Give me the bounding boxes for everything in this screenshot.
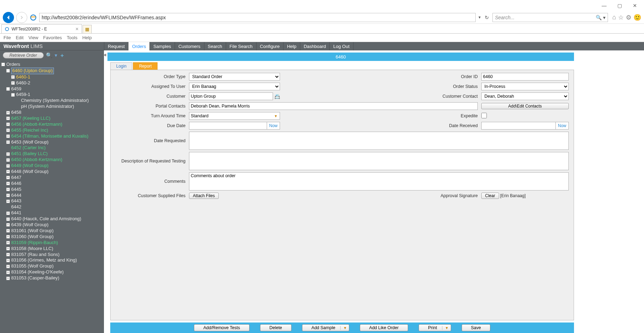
topmenu-item[interactable]: Orders (128, 42, 150, 50)
tree-expander[interactable]: + (6, 253, 10, 256)
tree-row[interactable]: +6455 (Reichel Inc) (1, 127, 104, 133)
tree-row[interactable]: +6443 (1, 198, 104, 204)
tree-row[interactable]: +6444 (1, 193, 104, 199)
tree-expander[interactable]: + (6, 164, 10, 168)
portal-contacts-field[interactable] (189, 102, 478, 110)
topmenu-item[interactable]: Request (104, 42, 128, 50)
tree-item-label[interactable]: 6444 (11, 193, 21, 199)
add-icon[interactable]: ＋ (59, 52, 65, 59)
tree-row[interactable]: 6452 (Carter Inc) (1, 145, 104, 151)
order-type-select[interactable]: Standard Order (189, 73, 280, 81)
tree-expander[interactable]: + (6, 123, 10, 126)
tree-expander[interactable]: + (6, 194, 10, 197)
new-tab-button[interactable]: ▦ (83, 25, 92, 33)
tree-root[interactable]: Orders (6, 62, 20, 68)
search-icon[interactable]: 🔍 ▾ (596, 15, 606, 20)
tree-row[interactable]: +6448 (Wolf Group) (1, 169, 104, 175)
refresh-button[interactable]: ↻ (483, 15, 490, 20)
tree-expander[interactable]: + (6, 129, 10, 132)
topmenu-item[interactable]: Customers (175, 42, 204, 50)
close-button[interactable]: ✕ (627, 1, 643, 11)
tree-row[interactable]: +6445 (1, 187, 104, 193)
tree-item-label[interactable]: 831055 (Wolf Group) (11, 263, 54, 269)
tree-item-label[interactable]: 831058 (Moore LLC) (11, 246, 53, 252)
tree-item-label[interactable]: 6459-1 (16, 92, 30, 98)
tree-row[interactable]: +831061 (Wolf Group) (1, 228, 104, 234)
tree-expander[interactable]: + (6, 223, 10, 227)
tree-item-label[interactable]: 6446 (11, 181, 21, 187)
favorites-icon[interactable]: ☆ (618, 14, 624, 21)
tree-expander[interactable]: + (6, 182, 10, 185)
order-status-select[interactable]: In-Process (481, 83, 569, 90)
add-remove-tests-button[interactable]: Add/Remove Tests (194, 324, 250, 331)
tree-item-label[interactable]: Chemistry (System Administrator) (21, 98, 89, 104)
tree-item-label[interactable]: 831057 (Rau and Sons) (11, 252, 59, 258)
tree-item-label[interactable]: 6456 (Abbott-Kertzmann) (11, 122, 62, 127)
tree-row[interactable]: +6439 (Wolf Group) (1, 222, 104, 228)
collapse-handle[interactable]: ◀ (103, 53, 108, 57)
topmenu-item[interactable]: Log Out (330, 42, 353, 50)
tree-expander[interactable]: + (6, 134, 10, 138)
tree-expander[interactable]: + (6, 235, 10, 238)
caret-icon[interactable]: ▼ (340, 326, 347, 330)
tree-row[interactable]: +6451 (Bailey LLC) (1, 151, 104, 157)
due-date-field[interactable] (189, 122, 267, 130)
tree-item-label[interactable]: 831056 (Grimes, Metz and King) (11, 257, 77, 263)
dropdown-icon[interactable]: ▼ (478, 15, 481, 19)
tree-row[interactable]: +6460-2 (1, 80, 104, 86)
tree-row[interactable]: +831060 (Wolf Group) (1, 234, 104, 240)
tree-row[interactable]: +6458 (1, 110, 104, 116)
tab-close-icon[interactable]: ✕ (75, 27, 79, 32)
tree-expander[interactable]: + (6, 170, 10, 173)
tree-expander[interactable]: + (6, 229, 10, 233)
subtab-login[interactable]: Login (110, 62, 132, 70)
tree-item-label[interactable]: 831059 (Rippin-Bauch) (11, 240, 58, 246)
tree-row[interactable]: +6460-1 (1, 74, 104, 80)
tree-expander[interactable]: - (1, 63, 5, 66)
tree-expander[interactable]: - (6, 87, 10, 91)
smiley-icon[interactable]: 🙂 (634, 14, 641, 21)
tree-item-label[interactable]: 6439 (Wolf Group) (11, 222, 49, 228)
tree-item-label[interactable]: 6452 (Carter Inc) (11, 145, 46, 151)
tree-row[interactable]: +6453 (Wolf Group) (1, 139, 104, 145)
tree-row[interactable]: +831058 (Moore LLC) (1, 246, 104, 252)
tree-item-label[interactable]: 6454 (Tillman, Morissette and Kuvalis) (11, 133, 89, 139)
tree-item-label[interactable]: 6455 (Reichel Inc) (11, 127, 48, 133)
tree-item-label[interactable]: 6451 (Bailey LLC) (11, 151, 48, 157)
assigned-user-select[interactable]: Erin Banaag (189, 83, 280, 90)
tree-expander[interactable]: + (11, 81, 15, 85)
nav-back-button[interactable] (3, 12, 14, 23)
order-id-field[interactable] (481, 73, 569, 81)
browser-menu-item[interactable]: Favorites (43, 35, 62, 40)
tree-row[interactable]: -6459-1 (1, 92, 104, 98)
tree-item-label[interactable]: pH (System Administrator) (21, 104, 74, 110)
tree-item-label[interactable]: 6459 (11, 86, 21, 92)
date-received-field[interactable] (481, 122, 556, 130)
search-icon[interactable]: 🔍 (46, 52, 52, 58)
tree-item-label[interactable]: 831053 (Casper-Bailey) (11, 275, 59, 281)
topmenu-item[interactable]: File Search (226, 42, 257, 50)
tree-item-label[interactable]: 6441 (11, 210, 21, 216)
tree-expander[interactable]: + (6, 158, 10, 162)
browser-menu-item[interactable]: Help (82, 35, 92, 40)
add-edit-contacts-button[interactable]: Add\Edit Contacts (481, 103, 569, 109)
tree-row[interactable]: +831056 (Grimes, Metz and King) (1, 257, 104, 263)
browser-menu-item[interactable]: Edit (16, 35, 23, 40)
tree-item-label[interactable]: 6443 (11, 198, 21, 204)
delete-button[interactable]: Delete (260, 324, 292, 331)
retrieve-order-button[interactable]: Retrieve Order (3, 52, 44, 58)
topmenu-item[interactable]: Dashboard (300, 42, 330, 50)
topmenu-item[interactable]: Configure (257, 42, 284, 50)
tree-expander[interactable]: + (6, 176, 10, 179)
tree-expander[interactable]: + (6, 117, 10, 120)
customer-lookup-icon[interactable]: 📇 (274, 94, 280, 99)
attach-files-button[interactable]: Attach Files (189, 193, 219, 199)
tree-item-label[interactable]: 6453 (Wolf Group) (11, 139, 49, 145)
maximize-button[interactable]: ▢ (612, 1, 627, 11)
tree-row[interactable]: +6441 (1, 210, 104, 216)
tree-item-label[interactable]: 831060 (Wolf Group) (11, 234, 54, 240)
print-button[interactable]: Print▼ (419, 324, 451, 331)
browser-tab[interactable]: WFTest2008R2 - E ✕ (1, 24, 82, 33)
tree-row[interactable]: +831059 (Rippin-Bauch) (1, 240, 104, 246)
tree-row[interactable]: +6450 (Abbott-Kertzmann) (1, 157, 104, 163)
